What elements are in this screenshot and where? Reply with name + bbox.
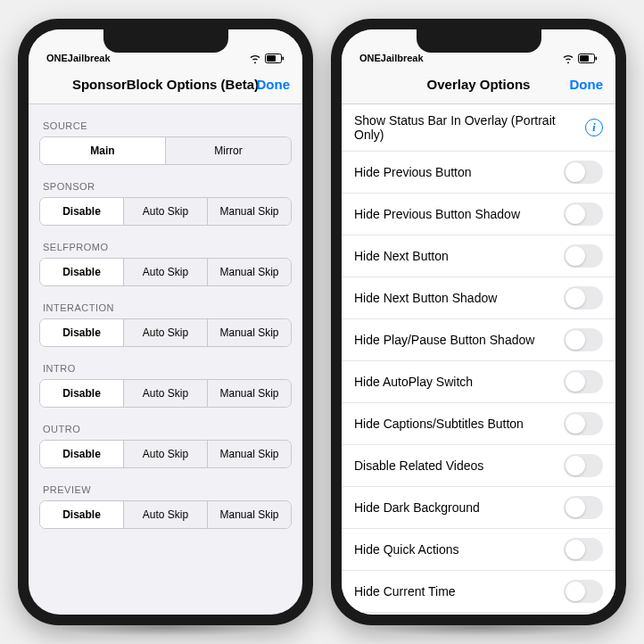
- carrier-label: ONEJailbreak: [359, 53, 424, 63]
- segment-option[interactable]: Manual Skip: [208, 319, 291, 346]
- row-label: Hide Next Button: [354, 249, 564, 263]
- nav-bar: SponsorBlock Options (Beta) Done: [29, 65, 302, 104]
- settings-row[interactable]: Hide Current Time: [342, 571, 615, 613]
- row-label: Hide Next Button Shadow: [354, 291, 564, 305]
- battery-icon: [265, 54, 285, 63]
- segment-option[interactable]: Disable: [40, 441, 124, 467]
- segment-option[interactable]: Mirror: [166, 137, 291, 164]
- nav-bar: Overlay Options Done: [342, 65, 615, 104]
- done-button[interactable]: Done: [570, 77, 604, 92]
- toggle-switch[interactable]: [564, 328, 603, 351]
- toggle-switch[interactable]: [564, 412, 603, 435]
- settings-row[interactable]: Hide Previous Button Shadow: [342, 194, 615, 235]
- settings-row[interactable]: Disable Related Videos: [342, 445, 615, 487]
- segmented-control[interactable]: DisableAuto SkipManual Skip: [39, 500, 292, 529]
- segment-option[interactable]: Manual Skip: [208, 198, 291, 225]
- status-bar: ONEJailbreak: [29, 29, 302, 65]
- segment-option[interactable]: Manual Skip: [208, 259, 291, 285]
- section-header: INTRO: [29, 347, 302, 379]
- segment-option[interactable]: Disable: [40, 319, 124, 346]
- row-label: Hide Dark Background: [354, 500, 564, 515]
- row-label: Hide Previous Button Shadow: [354, 207, 564, 221]
- toggle-switch[interactable]: [564, 538, 603, 561]
- screen-left: ONEJailbreak SponsorBlock Options (Beta)…: [29, 29, 302, 615]
- page-title: SponsorBlock Options (Beta): [72, 77, 259, 92]
- segment-option[interactable]: Manual Skip: [208, 380, 291, 407]
- settings-row[interactable]: Hide AutoPlay Switch: [342, 361, 615, 403]
- status-icons: [249, 54, 285, 63]
- row-label: Hide Quick Actions: [354, 542, 564, 557]
- settings-row[interactable]: Hide Next Button: [342, 235, 615, 277]
- segmented-control[interactable]: DisableAuto SkipManual Skip: [39, 440, 292, 468]
- segment-option[interactable]: Auto Skip: [124, 259, 208, 285]
- settings-list: Show Status Bar In Overlay (Portrait Onl…: [342, 104, 615, 615]
- phone-left: ONEJailbreak SponsorBlock Options (Beta)…: [18, 19, 313, 625]
- row-label: Disable Related Videos: [354, 458, 564, 473]
- row-label: Hide AutoPlay Switch: [354, 375, 564, 389]
- toggle-switch[interactable]: [564, 244, 603, 268]
- settings-row[interactable]: Hide Dark Background: [342, 487, 615, 529]
- toggle-switch[interactable]: [564, 161, 603, 184]
- done-button[interactable]: Done: [257, 77, 291, 92]
- screen-right: ONEJailbreak Overlay Options Done Show S…: [342, 29, 615, 615]
- battery-icon: [578, 54, 598, 63]
- segment-option[interactable]: Auto Skip: [124, 501, 208, 528]
- segment-option[interactable]: Disable: [40, 259, 124, 285]
- toggle-switch[interactable]: [564, 496, 603, 519]
- wifi-icon: [249, 54, 261, 63]
- section-header: PREVIEW: [29, 468, 302, 500]
- settings-row[interactable]: Hide Next Button Shadow: [342, 277, 615, 319]
- row-label: Hide Previous Button: [354, 165, 564, 179]
- svg-rect-5: [596, 57, 598, 61]
- svg-rect-4: [580, 55, 589, 62]
- segment-option[interactable]: Disable: [40, 198, 124, 225]
- settings-row[interactable]: Hide Play/Pause Button Shadow: [342, 319, 615, 361]
- status-icons: [562, 54, 598, 63]
- section-header: SPONSOR: [29, 165, 302, 197]
- carrier-label: ONEJailbreak: [46, 53, 111, 63]
- settings-row[interactable]: Hide Previous Button: [342, 152, 615, 194]
- row-label: Hide Play/Pause Button Shadow: [354, 333, 564, 347]
- toggle-switch[interactable]: [564, 286, 603, 310]
- toggle-switch[interactable]: [564, 370, 603, 393]
- section-header: SELFPROMO: [29, 226, 302, 258]
- page-title: Overlay Options: [427, 77, 531, 92]
- segmented-control[interactable]: MainMirror: [39, 136, 292, 165]
- segment-option[interactable]: Auto Skip: [124, 380, 208, 407]
- settings-row[interactable]: Show Status Bar In Overlay (Portrait Onl…: [342, 104, 615, 152]
- segment-option[interactable]: Manual Skip: [208, 501, 291, 528]
- row-label: Hide Current Time: [354, 584, 564, 599]
- info-icon[interactable]: i: [585, 119, 603, 136]
- segment-option[interactable]: Disable: [40, 380, 124, 407]
- segment-option[interactable]: Manual Skip: [208, 441, 291, 467]
- segmented-control[interactable]: DisableAuto SkipManual Skip: [39, 318, 292, 347]
- svg-rect-1: [267, 55, 276, 62]
- section-header: SOURCE: [29, 104, 302, 136]
- settings-row[interactable]: Hide Quick Actions: [342, 529, 615, 571]
- segment-option[interactable]: Auto Skip: [124, 198, 208, 225]
- settings-row[interactable]: Hide Duration: [342, 613, 615, 615]
- status-bar: ONEJailbreak: [342, 29, 615, 65]
- toggle-switch[interactable]: [564, 454, 603, 477]
- settings-content[interactable]: SOURCEMainMirrorSPONSORDisableAuto SkipM…: [29, 104, 302, 615]
- section-header: OUTRO: [29, 408, 302, 440]
- svg-rect-2: [283, 57, 285, 61]
- segmented-control[interactable]: DisableAuto SkipManual Skip: [39, 258, 292, 286]
- phone-right: ONEJailbreak Overlay Options Done Show S…: [331, 19, 626, 625]
- row-label: Hide Captions/Subtitles Button: [354, 417, 564, 431]
- segment-option[interactable]: Main: [40, 137, 166, 164]
- settings-content[interactable]: Show Status Bar In Overlay (Portrait Onl…: [342, 104, 615, 615]
- segment-option[interactable]: Disable: [40, 501, 124, 528]
- toggle-switch[interactable]: [564, 202, 603, 226]
- toggle-switch[interactable]: [564, 580, 603, 603]
- segment-option[interactable]: Auto Skip: [124, 319, 208, 346]
- section-header: INTERACTION: [29, 286, 302, 318]
- wifi-icon: [562, 54, 574, 63]
- settings-row[interactable]: Hide Captions/Subtitles Button: [342, 403, 615, 445]
- segmented-control[interactable]: DisableAuto SkipManual Skip: [39, 379, 292, 408]
- segment-option[interactable]: Auto Skip: [124, 441, 208, 467]
- row-label: Show Status Bar In Overlay (Portrait Onl…: [354, 113, 585, 142]
- segmented-control[interactable]: DisableAuto SkipManual Skip: [39, 197, 292, 226]
